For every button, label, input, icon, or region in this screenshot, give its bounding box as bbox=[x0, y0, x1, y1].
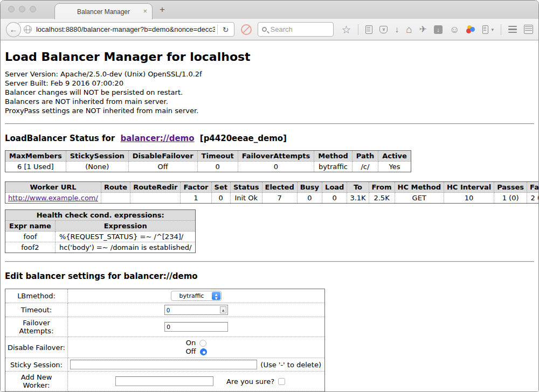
health-table-title: Health check cond. expressions: bbox=[5, 210, 196, 221]
col-header: RouteRedir bbox=[130, 182, 181, 193]
cell-busy: 0 bbox=[297, 193, 322, 204]
col-header: Elected bbox=[262, 182, 297, 193]
page-title: Load Balancer Manager for localhost bbox=[5, 50, 534, 64]
add-worker-input[interactable] bbox=[115, 376, 213, 386]
proxypass-notice-line: ProxyPass settings are NOT inherited fro… bbox=[5, 106, 534, 115]
cell-stickysession: (None) bbox=[66, 162, 128, 172]
tiles-addon-icon[interactable] bbox=[524, 25, 533, 34]
toolbar-separator bbox=[501, 24, 501, 35]
lbmethod-label: LBmethod: bbox=[5, 289, 68, 303]
worker-url-link[interactable]: http://www.example.com/ bbox=[8, 194, 98, 202]
cell-active: Yes bbox=[378, 162, 411, 172]
form-row-timeout: Timeout: ▲ bbox=[5, 303, 325, 317]
close-window-button[interactable] bbox=[8, 6, 15, 12]
send-tab-icon[interactable]: ✈ bbox=[419, 25, 427, 34]
cell-route bbox=[101, 193, 130, 204]
cell-worker-url: http://www.example.com/ bbox=[5, 193, 101, 204]
palette-addon-icon[interactable] bbox=[466, 25, 475, 34]
col-header: Passes bbox=[494, 182, 527, 193]
cell-expr-name: foof bbox=[5, 232, 56, 242]
reload-icon[interactable]: ↻ bbox=[218, 25, 234, 34]
cell-factor: 1 bbox=[181, 193, 211, 204]
col-header: Method bbox=[314, 151, 352, 162]
cell-elected: 7 bbox=[262, 193, 297, 204]
new-tab-button[interactable]: + bbox=[160, 4, 165, 15]
balancer-link[interactable]: balancer://demo bbox=[120, 134, 194, 143]
tab-balancer-manager[interactable]: Balancer Manager × bbox=[54, 3, 153, 19]
downloads-icon[interactable]: ↓ bbox=[395, 25, 399, 34]
confirm-group: Are you sure? bbox=[226, 377, 285, 386]
col-header: Path bbox=[352, 151, 378, 162]
pocket-icon[interactable]: ∨ bbox=[379, 26, 388, 33]
chevron-down-icon[interactable]: ▾ bbox=[491, 27, 494, 32]
navigation-toolbar: ← ↻ ☆ ∨ ↓ ⌂ ✈ ↓ ☺ ▾ bbox=[1, 19, 538, 40]
col-header: To bbox=[347, 182, 369, 193]
status-heading-suffix: [p4420eeae_demo] bbox=[200, 134, 287, 143]
status-heading-prefix: LoadBalancer Status for bbox=[5, 134, 115, 143]
radio-on-button[interactable] bbox=[199, 340, 206, 347]
balancer-settings-form: LBmethod: bytraffic ▲▼ Timeout: ▲ bbox=[5, 289, 325, 392]
balancer-status-table: MaxMembers StickySession DisableFailover… bbox=[5, 150, 411, 172]
edit-settings-heading: Edit balancer settings for balancer://de… bbox=[5, 271, 534, 281]
col-header: HC Interval bbox=[444, 182, 494, 193]
timeout-label: Timeout: bbox=[5, 303, 68, 317]
status-heading: LoadBalancer Status for balancer://demo … bbox=[5, 134, 534, 143]
content-blocked-icon[interactable] bbox=[241, 24, 252, 35]
form-row-add-worker: Add New Worker: Are you sure? bbox=[5, 372, 325, 391]
bookmark-star-icon[interactable]: ☆ bbox=[341, 24, 351, 35]
table-row: foof %{REQUEST_STATUS} =~ /^[234]/ bbox=[5, 232, 196, 242]
col-header: Busy bbox=[297, 182, 322, 193]
sticky-session-input[interactable] bbox=[70, 360, 257, 369]
search-input[interactable] bbox=[267, 25, 321, 33]
col-header: FailoverAttempts bbox=[238, 151, 314, 162]
worker-row: http://www.example.com/ 1 0 Init Ok 7 0 … bbox=[5, 193, 539, 204]
cell-load: 0 bbox=[322, 193, 347, 204]
persist-notice-line: Balancer changes will NOT be persisted o… bbox=[5, 88, 534, 97]
are-you-sure-checkbox[interactable] bbox=[278, 378, 285, 385]
cell-expression: hc('body') =~ /domain is established/ bbox=[55, 242, 196, 253]
table-row: 6 [1 Used] (None) Off 0 0 bytraffic /c/ … bbox=[5, 162, 411, 172]
home-icon[interactable]: ⌂ bbox=[406, 24, 412, 34]
lbmethod-selected-value: bytraffic bbox=[171, 292, 212, 299]
cell-timeout: 0 bbox=[197, 162, 238, 172]
url-bar[interactable]: ↻ bbox=[18, 22, 234, 37]
col-header: Load bbox=[322, 182, 347, 193]
timeout-input[interactable] bbox=[165, 307, 220, 313]
health-check-table: Health check cond. expressions: Expr nam… bbox=[5, 209, 196, 253]
emoji-addon-icon[interactable]: ☺ bbox=[450, 25, 459, 34]
form-row-sticky-session: Sticky Session: (Use '-' to delete) bbox=[5, 358, 325, 372]
radio-on-label: On bbox=[186, 339, 196, 347]
cell-disablefailover: Off bbox=[128, 162, 197, 172]
cell-path: /c/ bbox=[352, 162, 378, 172]
number-spinner-icon[interactable]: ▲ bbox=[220, 306, 226, 313]
cell-hc-interval: 10 bbox=[444, 193, 494, 204]
radio-off-button[interactable] bbox=[200, 348, 207, 355]
battery-addon-icon[interactable] bbox=[482, 25, 488, 34]
divider bbox=[5, 123, 534, 124]
zoom-window-button[interactable] bbox=[30, 6, 36, 12]
minimize-window-button[interactable] bbox=[19, 6, 25, 12]
server-info: Server Version: Apache/2.5.0-dev (Unix) … bbox=[5, 69, 534, 115]
cell-fails: 2 (0) bbox=[527, 193, 539, 204]
cell-passes: 1 (0) bbox=[494, 193, 527, 204]
lbmethod-select[interactable]: bytraffic ▲▼ bbox=[171, 291, 222, 301]
cell-from: 2.5K bbox=[369, 193, 395, 204]
close-tab-icon[interactable]: × bbox=[143, 7, 147, 15]
back-button[interactable]: ← bbox=[6, 22, 21, 37]
col-header: MaxMembers bbox=[5, 151, 66, 162]
video-download-icon[interactable]: ↓ bbox=[434, 25, 443, 34]
cell-expr-name: foof2 bbox=[5, 242, 56, 253]
col-header: Fails bbox=[527, 182, 539, 193]
menu-icon[interactable] bbox=[508, 26, 517, 33]
back-icon: ← bbox=[9, 25, 17, 34]
url-input[interactable] bbox=[32, 25, 217, 33]
failover-attempts-input[interactable] bbox=[164, 322, 228, 332]
disable-failover-label: Disable Failover: bbox=[5, 337, 68, 358]
radio-option-off: Off bbox=[70, 347, 322, 356]
search-bar[interactable] bbox=[258, 22, 334, 37]
search-icon bbox=[262, 27, 267, 32]
form-row-failover-attempts: Failover Attempts: bbox=[5, 317, 325, 337]
tab-bar: Balancer Manager × + bbox=[1, 1, 538, 19]
bookmarks-menu-icon[interactable] bbox=[365, 25, 372, 34]
sticky-session-hint: (Use '-' to delete) bbox=[260, 361, 322, 369]
